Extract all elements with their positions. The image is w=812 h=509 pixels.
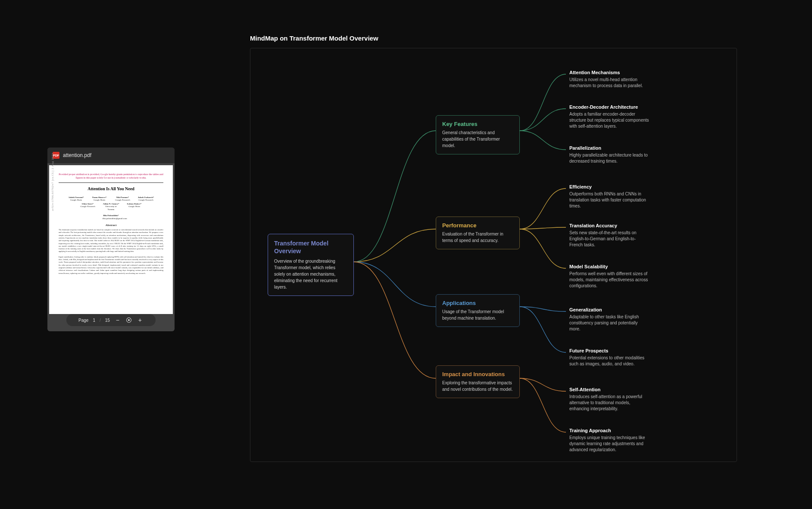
leaf-desc: Potential extensions to other modalities… [569,355,649,367]
page-label: Page [78,318,88,323]
leaf-title: Future Prospects [569,348,649,353]
app-canvas: PDF attention.pdf arXiv:1706.03762v7 [cs… [0,0,812,509]
pdf-preview-card: PDF attention.pdf arXiv:1706.03762v7 [cs… [47,148,175,331]
divider [59,182,163,183]
arxiv-id: arXiv:1706.03762v7 [cs.CL] 2 Aug 2023 [51,153,54,211]
leaf-desc: Highly parallelizable architecture leads… [569,152,649,164]
leaf-desc: Employs unique training techniques like … [569,435,649,453]
leaf-title: Training Approach [569,428,649,433]
pdf-toolbar: Page 1 / 15 − ⦿ + [66,314,156,326]
leaf-title: Translation Accuracy [569,223,649,228]
leaf-desc: Adaptable to other tasks like English co… [569,314,649,332]
mindmap-title: MindMap on Transformer Model Overview [250,35,737,42]
mindmap-branch-1[interactable]: PerformanceEvaluation of the Transformer… [436,217,520,249]
mindmap-branch-2[interactable]: ApplicationsUsage of the Transformer mod… [436,294,520,327]
root-desc: Overview of the groundbreaking Transform… [274,258,347,290]
mindmap-leaf-6[interactable]: GeneralizationAdaptable to other tasks l… [569,307,649,332]
branch-desc: Evaluation of the Transformer in terms o… [442,231,513,244]
leaf-title: Efficiency [569,184,649,189]
page-sep: / [100,318,101,323]
branch-title: Impact and Innovations [442,371,513,377]
branch-title: Performance [442,222,513,229]
mindmap-leaf-2[interactable]: ParallelizationHighly parallelizable arc… [569,145,649,164]
root-title: Transformer Model Overview [274,239,347,255]
paper-authors-2: Illia Polosukhin*illia.polosukhin@gmail.… [59,214,163,220]
abstract-heading: Abstract [59,223,163,227]
branch-title: Key Features [442,121,513,127]
leaf-title: Attention Mechanisms [569,70,649,75]
leaf-desc: Outperforms both RNNs and CNNs in transl… [569,191,649,209]
zoom-out-button[interactable]: − [114,317,121,324]
pdf-header: PDF attention.pdf [47,148,175,163]
mindmap-board[interactable]: Transformer Model OverviewOverview of th… [250,48,737,462]
leaf-desc: Introduces self-attention as a powerful … [569,394,649,412]
mindmap-leaf-8[interactable]: Self-AttentionIntroduces self-attention … [569,387,649,412]
leaf-title: Parallelization [569,145,649,151]
mindmap-leaf-3[interactable]: EfficiencyOutperforms both RNNs and CNNs… [569,184,649,209]
leaf-desc: Sets new state-of-the-art results on Eng… [569,230,649,248]
contribution-note: Equal contribution. Listing order is ran… [59,256,163,275]
page-total: 15 [105,318,110,323]
mindmap-leaf-0[interactable]: Attention MechanismsUtilizes a novel mul… [569,70,649,89]
paper-title: Attention Is All You Need [59,186,163,191]
pdf-page[interactable]: arXiv:1706.03762v7 [cs.CL] 2 Aug 2023 Pr… [49,165,173,314]
paper-authors: Ashish Vaswani*Google Brain Noam Shazeer… [59,196,163,211]
leaf-title: Encoder-Decoder Architecture [569,104,649,110]
mindmap-leaf-5[interactable]: Model ScalabilityPerforms well even with… [569,264,649,289]
zoom-reset-button[interactable]: ⦿ [125,317,132,324]
branch-desc: Exploring the transformative impacts and… [442,380,513,393]
mindmap-leaf-7[interactable]: Future ProspectsPotential extensions to … [569,348,649,367]
leaf-desc: Performs well even with different sizes … [569,271,649,289]
mindmap-leaf-9[interactable]: Training ApproachEmploys unique training… [569,428,649,453]
mindmap-branch-0[interactable]: Key FeaturesGeneral characteristics and … [436,115,520,154]
mindmap-panel: MindMap on Transformer Model Overview Tr… [250,35,737,466]
zoom-in-button[interactable]: + [137,317,144,324]
leaf-title: Model Scalability [569,264,649,269]
pdf-attribution: Provided proper attribution is provided,… [59,173,163,180]
leaf-desc: Adopts a familiar encoder-decoder struct… [569,111,649,129]
mindmap-root[interactable]: Transformer Model OverviewOverview of th… [268,234,354,296]
leaf-title: Self-Attention [569,387,649,392]
leaf-title: Generalization [569,307,649,312]
page-current[interactable]: 1 [93,318,95,323]
branch-desc: General characteristics and capabilities… [442,129,513,149]
branch-title: Applications [442,300,513,306]
mindmap-branch-3[interactable]: Impact and InnovationsExploring the tran… [436,365,520,398]
pdf-body: arXiv:1706.03762v7 [cs.CL] 2 Aug 2023 Pr… [47,163,175,331]
leaf-desc: Utilizes a novel multi-head attention me… [569,77,649,89]
abstract-text: The dominant sequence transduction model… [59,229,163,253]
branch-desc: Usage of the Transformer model beyond ma… [442,308,513,321]
pdf-filename: attention.pdf [63,152,91,158]
mindmap-leaf-4[interactable]: Translation AccuracySets new state-of-th… [569,223,649,248]
mindmap-leaf-1[interactable]: Encoder-Decoder ArchitectureAdopts a fam… [569,104,649,129]
